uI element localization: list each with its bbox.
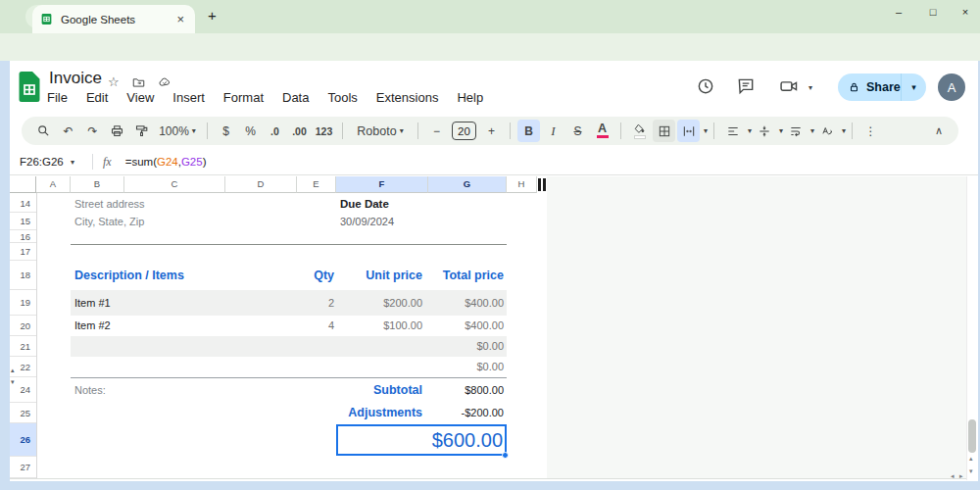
browser-tab[interactable]: Google Sheets ×	[32, 5, 195, 33]
more-toolbar-icon[interactable]: ⋮	[859, 120, 882, 142]
menu-insert[interactable]: Insert	[172, 90, 205, 105]
decrease-decimal-button[interactable]: .0	[264, 120, 286, 142]
cell-item1-unit[interactable]: $200.00	[336, 290, 422, 316]
select-all-corner[interactable]	[10, 176, 36, 193]
horizontal-align-icon[interactable]	[721, 120, 744, 142]
scroll-left-icon[interactable]: ◂	[951, 472, 955, 480]
star-document-icon[interactable]: ☆	[108, 74, 120, 89]
merge-cells-icon[interactable]	[677, 120, 700, 142]
row-header-27[interactable]: 27	[10, 457, 36, 478]
sheets-logo-icon[interactable]	[18, 71, 41, 103]
bold-button[interactable]: B	[517, 120, 540, 142]
undo-icon[interactable]: ↶	[57, 120, 79, 142]
cell-adjustments-value[interactable]: -$200.00	[428, 403, 504, 423]
text-color-button[interactable]: A	[591, 120, 613, 142]
scroll-right-icon[interactable]: ▸	[959, 472, 963, 480]
hide-menus-icon[interactable]: ∧	[935, 117, 943, 145]
cell-due-date-label[interactable]: Due Date	[340, 195, 389, 213]
cell-item2-name[interactable]: Item #2	[74, 316, 111, 336]
row-header-19[interactable]: 19	[10, 290, 36, 316]
comments-icon[interactable]	[736, 76, 756, 96]
window-close-button[interactable]: ×	[955, 6, 976, 18]
hidden-columns-bar-icon[interactable]	[538, 178, 541, 191]
cell-subtotal-value[interactable]: $800.00	[428, 377, 504, 403]
borders-icon[interactable]	[653, 120, 675, 142]
cell-street-address[interactable]: Street address	[74, 195, 145, 213]
column-header-c[interactable]: C	[124, 176, 225, 193]
decrease-font-size-button[interactable]: −	[425, 120, 448, 142]
column-header-b[interactable]: B	[71, 176, 124, 193]
redo-icon[interactable]: ↷	[81, 120, 104, 142]
row-header-17[interactable]: 17	[10, 243, 36, 261]
cell-qty-header[interactable]: Qty	[297, 261, 334, 290]
meet-caret-icon[interactable]: ▾	[808, 83, 812, 92]
cell-item2-total[interactable]: $400.00	[428, 316, 504, 336]
cell-item2-unit[interactable]: $100.00	[336, 316, 422, 336]
name-box-caret-icon[interactable]: ▾	[71, 158, 74, 167]
unhide-row-up-icon[interactable]: ▴	[11, 367, 15, 373]
format-percent-button[interactable]: %	[239, 120, 262, 142]
menu-data[interactable]: Data	[282, 90, 309, 105]
font-select[interactable]: Roboto ▾	[350, 120, 411, 142]
cell-city-state-zip[interactable]: City, State, Zip	[74, 213, 144, 230]
row-header-16[interactable]: 16	[10, 230, 36, 243]
menu-view[interactable]: View	[126, 90, 154, 105]
cell-item1-qty[interactable]: 2	[297, 290, 334, 316]
vertical-align-icon[interactable]	[753, 120, 775, 142]
cell-adjustments-label[interactable]: Adjustments	[336, 403, 422, 423]
cell-due-date-value[interactable]: 30/09/2024	[340, 213, 394, 230]
row-header-15[interactable]: 15	[10, 213, 36, 230]
more-formats-button[interactable]: 123	[313, 120, 335, 142]
zoom-select[interactable]: 100% ▾	[155, 120, 200, 142]
cell-total-price-header[interactable]: Total price	[428, 261, 504, 290]
column-header-g[interactable]: G	[428, 176, 507, 193]
row-header-18[interactable]: 18	[10, 261, 36, 290]
row-header-14[interactable]: 14	[10, 195, 36, 213]
tab-close-icon[interactable]: ×	[173, 12, 187, 26]
menu-tools[interactable]: Tools	[327, 90, 357, 105]
account-avatar[interactable]: A	[938, 74, 965, 101]
meet-camera-icon[interactable]	[778, 76, 800, 96]
cell-description-header[interactable]: Description / Items	[74, 261, 184, 290]
fill-color-icon[interactable]	[628, 120, 651, 142]
document-title[interactable]: Invoice	[49, 69, 102, 88]
cloud-saved-icon[interactable]	[157, 75, 172, 89]
print-icon[interactable]	[106, 120, 128, 142]
row-header-20[interactable]: 20	[10, 316, 36, 336]
hidden-columns-bar-icon[interactable]	[543, 178, 546, 191]
menu-help[interactable]: Help	[457, 90, 483, 105]
cell-blank1-total[interactable]: $0.00	[428, 336, 504, 357]
paint-format-icon[interactable]	[130, 120, 153, 142]
italic-button[interactable]: I	[542, 120, 564, 142]
version-history-icon[interactable]	[696, 76, 715, 96]
font-size-input[interactable]: 20	[452, 122, 476, 140]
text-wrap-caret-icon[interactable]: ▾	[810, 126, 814, 135]
text-rotation-caret-icon[interactable]: ▾	[842, 126, 846, 135]
window-maximize-button[interactable]: □	[922, 6, 944, 18]
cell-grand-total[interactable]: $600.00	[336, 425, 503, 455]
cell-blank2-total[interactable]: $0.00	[428, 357, 504, 377]
row-header-21[interactable]: 21	[10, 336, 36, 357]
fill-handle[interactable]	[502, 452, 509, 459]
row-header-25[interactable]: 25	[10, 403, 36, 423]
text-wrap-icon[interactable]	[784, 120, 807, 142]
column-header-e[interactable]: E	[297, 176, 336, 193]
new-tab-button[interactable]: +	[208, 7, 217, 24]
scroll-down-icon[interactable]: ▾	[969, 467, 973, 475]
cell-subtotal-label[interactable]: Subtotal	[336, 377, 422, 403]
cell-item1-total[interactable]: $400.00	[428, 290, 504, 316]
column-header-h[interactable]: H	[507, 176, 537, 193]
cell-item2-qty[interactable]: 4	[297, 316, 334, 336]
cell-item1-name[interactable]: Item #1	[74, 290, 111, 316]
scroll-up-icon[interactable]: ▴	[969, 455, 973, 463]
menu-edit[interactable]: Edit	[86, 90, 108, 105]
window-minimize-button[interactable]: –	[888, 6, 909, 18]
formula-input[interactable]: =sum(G24,G25)	[125, 156, 207, 168]
column-header-a[interactable]: A	[36, 176, 71, 193]
format-currency-button[interactable]: $	[215, 120, 237, 142]
move-to-folder-icon[interactable]	[131, 75, 146, 89]
horizontal-align-caret-icon[interactable]: ▾	[748, 126, 752, 135]
text-rotation-icon[interactable]	[815, 120, 838, 142]
vertical-scrollbar-thumb[interactable]	[968, 419, 976, 453]
column-header-d[interactable]: D	[225, 176, 297, 193]
